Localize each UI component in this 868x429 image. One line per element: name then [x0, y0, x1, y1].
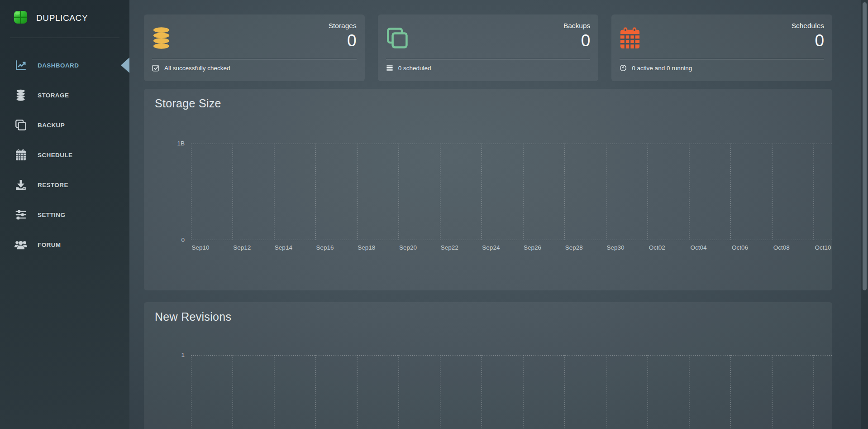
card-title: Schedules: [792, 20, 824, 31]
users-icon: [14, 239, 28, 251]
clone-icon: [14, 119, 28, 131]
y-axis-label: 1B: [156, 140, 185, 148]
y-axis-label: 1: [156, 351, 185, 359]
sliders-icon: [14, 209, 28, 221]
x-axis-label: Sep28: [559, 244, 588, 251]
card-title: Storages: [329, 20, 357, 31]
card-title: Backups: [563, 20, 590, 31]
database-icon: [152, 27, 171, 59]
card-divider: [620, 59, 824, 59]
duplicacy-logo-icon: [13, 9, 29, 27]
x-axis-label: Sep22: [435, 244, 464, 251]
card-value: 0: [563, 31, 590, 50]
new-revisions-chart: 1: [191, 355, 833, 429]
storage-size-chart: 01BSep10Sep12Sep14Sep16Sep18Sep20Sep22Se…: [191, 144, 833, 240]
sidebar-item-setting[interactable]: SETTING: [0, 200, 129, 230]
card-footer-text: 0 scheduled: [398, 65, 431, 72]
card-footer: 0 active and 0 running: [620, 64, 824, 72]
sidebar-item-backup[interactable]: BACKUP: [0, 110, 129, 140]
panel-title: New Revisions: [155, 310, 231, 323]
clock-icon: [620, 64, 627, 72]
y-axis-label: 0: [156, 236, 185, 244]
card-top: Backups 0: [386, 14, 591, 59]
sidebar-item-label: SCHEDULE: [38, 152, 72, 159]
sidebar-item-schedule[interactable]: SCHEDULE: [0, 140, 129, 170]
x-axis-label: Sep14: [269, 244, 298, 251]
main-content: Storages 0 All successfully checked Back…: [129, 0, 847, 429]
brand[interactable]: DUPLICACY: [0, 0, 129, 27]
x-axis-label: Sep10: [186, 244, 215, 251]
sidebar-item-label: RESTORE: [38, 182, 68, 188]
list-icon: [386, 64, 393, 72]
card-footer-text: All successfully checked: [164, 65, 230, 72]
schedules-card: Schedules 0 0 active and 0 running: [611, 14, 832, 81]
storages-card: Storages 0 All successfully checked: [144, 14, 365, 81]
download-icon: [14, 179, 28, 191]
x-axis-label: Sep16: [310, 244, 339, 251]
x-axis-label: Oct10: [809, 244, 838, 251]
x-axis-label: Oct06: [725, 244, 754, 251]
sidebar-item-restore[interactable]: RESTORE: [0, 170, 129, 200]
chart-grid: [191, 355, 833, 429]
sidebar-menu: DASHBOARD STORAGE BACKUP SCHEDULE RESTOR…: [0, 50, 129, 260]
x-axis-label: Sep26: [518, 244, 547, 251]
app-root: DUPLICACY DASHBOARD STORAGE BACKUP SCHED…: [0, 0, 868, 429]
chart-line-icon: [14, 59, 28, 71]
sidebar-item-label: FORUM: [38, 241, 61, 248]
calendar-icon: [14, 149, 28, 161]
sidebar-item-storage[interactable]: STORAGE: [0, 80, 129, 110]
check-square-icon: [152, 64, 159, 72]
card-footer: 0 scheduled: [386, 64, 591, 72]
x-axis-label: Sep30: [601, 244, 630, 251]
sidebar-item-label: DASHBOARD: [38, 62, 79, 69]
x-axis-label: Sep24: [477, 244, 506, 251]
backups-card: Backups 0 0 scheduled: [378, 14, 599, 81]
storage-size-panel: Storage Size 01BSep10Sep12Sep14Sep16Sep1…: [144, 89, 832, 290]
card-divider: [152, 59, 357, 59]
clone-icon: [386, 27, 409, 59]
card-top: Schedules 0: [620, 14, 824, 59]
card-footer: All successfully checked: [152, 64, 357, 72]
calendar-icon: [620, 27, 640, 59]
sidebar: DUPLICACY DASHBOARD STORAGE BACKUP SCHED…: [0, 0, 129, 429]
card-footer-text: 0 active and 0 running: [632, 65, 692, 72]
active-item-arrow: [121, 58, 129, 73]
app-title: DUPLICACY: [36, 13, 88, 23]
card-value: 0: [792, 31, 824, 50]
card-top: Storages 0: [152, 14, 357, 59]
sidebar-item-forum[interactable]: FORUM: [0, 230, 129, 260]
sidebar-divider: [10, 38, 119, 38]
sidebar-item-label: SETTING: [38, 212, 65, 218]
x-axis-label: Oct08: [767, 244, 796, 251]
new-revisions-panel: New Revisions 1: [144, 302, 832, 429]
scrollbar-track[interactable]: [861, 0, 868, 429]
chart-grid: [191, 144, 833, 240]
x-axis-label: Sep20: [394, 244, 423, 251]
database-icon: [14, 89, 28, 101]
x-axis-label: Sep18: [352, 244, 381, 251]
x-axis-label: Oct02: [643, 244, 672, 251]
sidebar-item-label: BACKUP: [38, 122, 65, 129]
card-value: 0: [329, 31, 357, 50]
scrollbar-thumb[interactable]: [863, 2, 867, 290]
x-axis-label: Oct04: [684, 244, 713, 251]
panel-title: Storage Size: [155, 97, 221, 110]
stat-cards-row: Storages 0 All successfully checked Back…: [144, 14, 832, 81]
sidebar-item-dashboard[interactable]: DASHBOARD: [0, 50, 129, 80]
x-axis-label: Sep12: [228, 244, 257, 251]
card-divider: [386, 59, 591, 59]
sidebar-item-label: STORAGE: [38, 92, 69, 99]
